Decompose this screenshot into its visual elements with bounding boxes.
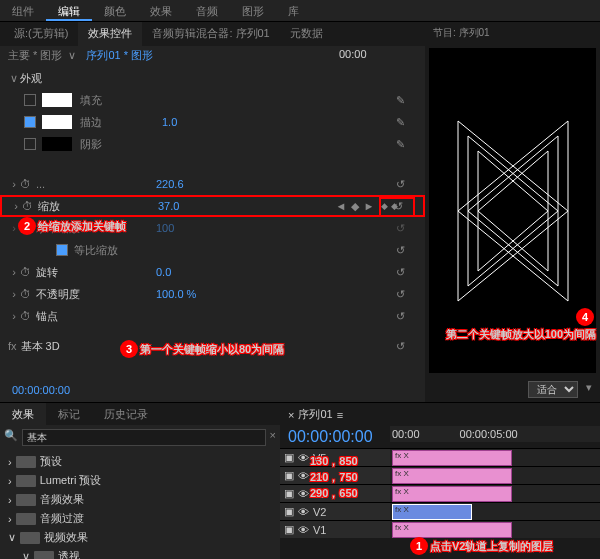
tree-item[interactable]: ›Lumetri 预设 bbox=[4, 471, 276, 490]
position-value[interactable]: 220.6 bbox=[156, 178, 216, 190]
history-tab[interactable]: 历史记录 bbox=[92, 403, 160, 425]
sequence-name[interactable]: 序列01 * 图形 bbox=[86, 48, 153, 63]
stroke-row: 描边 1.0 ✎ bbox=[0, 111, 425, 133]
tab-components[interactable]: 组件 bbox=[0, 0, 46, 21]
clip[interactable]: fx X bbox=[392, 504, 472, 520]
position-row: ›⏱ ... 220.6 ↺ bbox=[0, 173, 425, 195]
reset-icon[interactable]: ↺ bbox=[396, 266, 405, 279]
program-monitor-panel: 节目: 序列01 4第二个关键帧放大以100为间隔 适合 ▾ bbox=[425, 22, 600, 402]
track-label: V2 bbox=[313, 506, 326, 518]
toggle-icon[interactable]: ▣ bbox=[284, 451, 294, 464]
fx-mini-ruler[interactable]: 00:00 bbox=[335, 46, 425, 62]
next-keyframe-icon[interactable]: ► bbox=[363, 200, 375, 213]
tree-item[interactable]: ›预设 bbox=[4, 452, 276, 471]
effects-tab[interactable]: 效果 bbox=[0, 403, 46, 425]
eyedropper-icon[interactable]: ✎ bbox=[396, 138, 405, 151]
tree-item[interactable]: ∨透视 bbox=[4, 547, 276, 559]
prev-keyframe-icon[interactable]: ◄ bbox=[335, 200, 347, 213]
stroke-width[interactable]: 1.0 bbox=[162, 116, 222, 128]
toggle-icon[interactable]: ▣ bbox=[284, 487, 294, 500]
timeline-panel: ×序列01≡ 00:00:00:00 00:00 00:00:05:00 130… bbox=[280, 403, 600, 559]
tree-item[interactable]: ›音频效果 bbox=[4, 490, 276, 509]
reset-icon[interactable]: ↺ bbox=[396, 340, 405, 353]
eye-icon[interactable]: 👁 bbox=[298, 452, 309, 464]
timeline-timecode[interactable]: 00:00:00:00 bbox=[280, 426, 390, 448]
timeline-title[interactable]: 序列01 bbox=[298, 407, 332, 422]
effects-browser: 效果 标记 历史记录 🔍 × ›预设 ›Lumetri 预设 ›音频效果 ›音频… bbox=[0, 403, 280, 559]
shadow-swatch[interactable] bbox=[42, 137, 72, 151]
stopwatch-icon[interactable]: ⏱ bbox=[20, 266, 34, 278]
eye-icon[interactable]: 👁 bbox=[298, 488, 309, 500]
source-tab[interactable]: 源:(无剪辑) bbox=[4, 22, 78, 46]
metadata-tab[interactable]: 元数据 bbox=[280, 22, 333, 46]
opacity-value[interactable]: 100.0 % bbox=[156, 288, 216, 300]
stopwatch-icon[interactable]: ⏱ bbox=[20, 178, 34, 190]
folder-icon bbox=[20, 532, 40, 544]
stopwatch-icon[interactable]: ⏱ bbox=[20, 288, 34, 300]
effects-tree: ›预设 ›Lumetri 预设 ›音频效果 ›音频过渡 ∨视频效果 ∨透视 基本… bbox=[0, 450, 280, 559]
add-keyframe-icon[interactable]: ◆ bbox=[349, 200, 361, 213]
tree-item[interactable]: ∨视频效果 bbox=[4, 528, 276, 547]
reset-icon[interactable]: ↺ bbox=[396, 310, 405, 323]
rotation-row: ›⏱ 旋转 0.0 ↺ bbox=[0, 261, 425, 283]
source-tabs: 源:(无剪辑) 效果控件 音频剪辑混合器: 序列01 元数据 bbox=[0, 22, 425, 46]
tab-color[interactable]: 颜色 bbox=[92, 0, 138, 21]
scale-value[interactable]: 37.0 bbox=[158, 200, 218, 212]
toggle-icon[interactable]: ▣ bbox=[284, 469, 294, 482]
anchor-row: ›⏱ 锚点 ↺ bbox=[0, 305, 425, 327]
search-input[interactable] bbox=[22, 429, 266, 446]
track-V1[interactable]: ▣👁V1fx X bbox=[280, 520, 600, 538]
clip[interactable]: fx X bbox=[392, 450, 512, 466]
stopwatch-icon[interactable]: ⏱ bbox=[22, 200, 36, 212]
uniform-checkbox[interactable] bbox=[56, 244, 68, 256]
eye-icon[interactable]: 👁 bbox=[298, 524, 309, 536]
clip[interactable]: fx X bbox=[392, 468, 512, 484]
stopwatch-icon[interactable]: ⏱ bbox=[20, 310, 34, 322]
annotation-4: 4第二个关键帧放大以100为间隔 bbox=[446, 308, 596, 342]
fill-checkbox[interactable] bbox=[24, 94, 36, 106]
audio-mixer-tab[interactable]: 音频剪辑混合器: 序列01 bbox=[142, 22, 279, 46]
folder-icon bbox=[16, 494, 36, 506]
appearance-group[interactable]: ∨外观 bbox=[0, 67, 425, 89]
timeline-ruler[interactable]: 00:00 00:00:05:00 bbox=[390, 426, 600, 442]
reset-icon[interactable]: ↺ bbox=[396, 222, 405, 235]
folder-icon bbox=[16, 475, 36, 487]
shadow-checkbox[interactable] bbox=[24, 138, 36, 150]
scale-h-value[interactable]: 100 bbox=[156, 222, 216, 234]
track-V2[interactable]: ▣👁V2fx X bbox=[280, 502, 600, 520]
toggle-icon[interactable]: ▣ bbox=[284, 523, 294, 536]
zoom-select[interactable]: 适合 bbox=[528, 381, 578, 398]
eyedropper-icon[interactable]: ✎ bbox=[396, 94, 405, 107]
clip[interactable]: fx X bbox=[392, 522, 512, 538]
clip[interactable]: fx X bbox=[392, 486, 512, 502]
tab-edit[interactable]: 编辑 bbox=[46, 0, 92, 21]
tab-effects[interactable]: 效果 bbox=[138, 0, 184, 21]
shadow-row: 阴影 ✎ bbox=[0, 133, 425, 155]
settings-icon[interactable]: ▾ bbox=[586, 381, 592, 398]
eyedropper-icon[interactable]: ✎ bbox=[396, 116, 405, 129]
fill-swatch[interactable] bbox=[42, 93, 72, 107]
effect-controls-tab[interactable]: 效果控件 bbox=[78, 22, 142, 46]
eye-icon[interactable]: 👁 bbox=[298, 506, 309, 518]
rotation-value[interactable]: 0.0 bbox=[156, 266, 216, 278]
eye-icon[interactable]: 👁 bbox=[298, 470, 309, 482]
reset-icon[interactable]: ↺ bbox=[396, 244, 405, 257]
search-icon: 🔍 bbox=[4, 429, 18, 446]
tab-library[interactable]: 库 bbox=[276, 0, 311, 21]
tab-graphics[interactable]: 图形 bbox=[230, 0, 276, 21]
toggle-icon[interactable]: ▣ bbox=[284, 505, 294, 518]
reset-icon[interactable]: ↺ bbox=[396, 178, 405, 191]
scale-row: ›⏱ 缩放 37.0 ◄ ◆ ► ↺ ◆ ◆ bbox=[0, 195, 425, 217]
uniform-row: 等比缩放 ↺ bbox=[0, 239, 425, 261]
clear-icon[interactable]: × bbox=[270, 429, 276, 446]
source-timecode[interactable]: 00:00:00:00 bbox=[4, 382, 78, 398]
master-label: 主要 * 图形 bbox=[8, 48, 62, 63]
stroke-swatch[interactable] bbox=[42, 115, 72, 129]
tab-audio[interactable]: 音频 bbox=[184, 0, 230, 21]
tree-item[interactable]: ›音频过渡 bbox=[4, 509, 276, 528]
markers-tab[interactable]: 标记 bbox=[46, 403, 92, 425]
track-label: V1 bbox=[313, 524, 326, 536]
effect-controls-panel: 源:(无剪辑) 效果控件 音频剪辑混合器: 序列01 元数据 主要 * 图形 ∨… bbox=[0, 22, 425, 402]
stroke-checkbox[interactable] bbox=[24, 116, 36, 128]
reset-icon[interactable]: ↺ bbox=[396, 288, 405, 301]
